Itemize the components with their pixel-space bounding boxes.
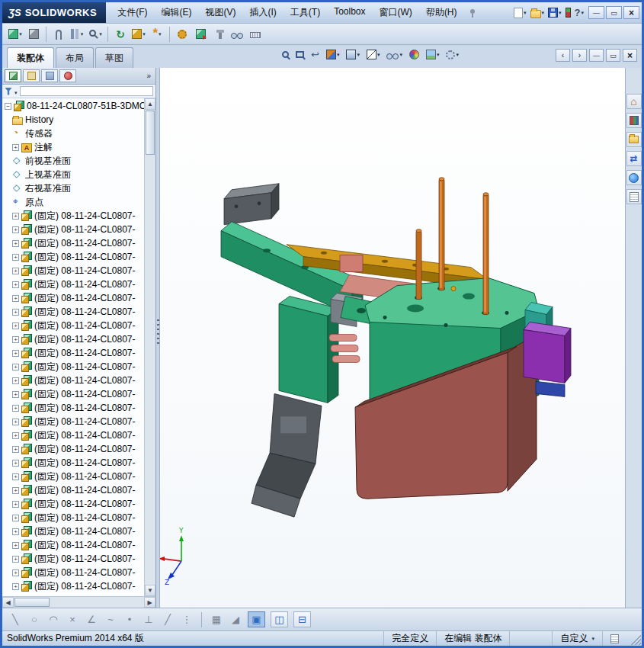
tree-item-component[interactable]: (固定) 08-11-24-CL0807-	[2, 346, 144, 360]
expand-icon[interactable]	[12, 144, 19, 151]
graphics-viewport[interactable]: X Y Z	[160, 68, 625, 608]
tree-item-component[interactable]: (固定) 08-11-24-CL0807-	[2, 524, 144, 538]
section-view-button[interactable]	[325, 49, 341, 60]
reference-geometry-button[interactable]	[130, 25, 147, 43]
view-settings-button[interactable]	[444, 50, 460, 60]
scroll-right-button[interactable]	[144, 597, 155, 608]
expand-icon[interactable]	[12, 240, 19, 247]
component-pattern-button[interactable]	[69, 25, 85, 43]
move-component-button[interactable]	[192, 25, 209, 43]
tree-item-component[interactable]: (固定) 08-11-24-CL0807-	[2, 223, 144, 236]
tree-item-component[interactable]: (固定) 08-11-24-CL0807-	[2, 579, 144, 593]
tree-item-annotations[interactable]: 注解	[2, 140, 144, 154]
expand-icon[interactable]	[12, 405, 19, 412]
menu-item[interactable]: 窗口(W)	[373, 3, 419, 22]
attach-document-button[interactable]	[50, 25, 67, 43]
tree-filter-input[interactable]	[20, 86, 153, 96]
previous-view-button[interactable]	[309, 48, 321, 61]
menu-item[interactable]: 视图(V)	[199, 3, 243, 22]
status-doc-icon-cell[interactable]	[602, 631, 626, 646]
doc-minimize-button[interactable]	[589, 49, 604, 62]
expand-icon[interactable]	[12, 583, 19, 590]
tree-item-component[interactable]: (固定) 08-11-24-CL0807-	[2, 428, 144, 442]
expand-icon[interactable]	[12, 295, 19, 302]
tab-layout[interactable]: 布局	[56, 47, 94, 68]
tree-item-history[interactable]: History	[2, 113, 144, 127]
tree-item-component[interactable]: (固定) 08-11-24-CL0807-	[2, 319, 144, 332]
close-button[interactable]	[623, 6, 639, 19]
insert-components-button[interactable]	[7, 25, 24, 43]
solidworks-resources-tab[interactable]	[626, 94, 642, 109]
expand-icon[interactable]	[12, 213, 19, 220]
tree-item-origin[interactable]: 原点	[2, 195, 144, 209]
propertymanager-tab[interactable]	[23, 69, 40, 82]
add-relation-icon[interactable]	[142, 614, 155, 625]
zoom-tools-button[interactable]	[87, 25, 104, 43]
featuremanager-tab[interactable]	[5, 69, 21, 82]
filter-caret-icon[interactable]	[14, 86, 18, 97]
rebuild-button[interactable]	[112, 25, 129, 43]
scroll-down-button[interactable]	[145, 585, 155, 596]
expand-icon[interactable]	[12, 281, 19, 288]
edit-component-button[interactable]	[25, 25, 42, 43]
open-document-button[interactable]	[529, 6, 546, 20]
smart-dimension-icon[interactable]	[85, 614, 98, 625]
tree-horizontal-scrollbar[interactable]	[2, 596, 155, 608]
collapse-right-button[interactable]	[572, 49, 587, 62]
collapse-left-button[interactable]	[556, 49, 570, 62]
custom-properties-tab[interactable]	[626, 189, 642, 204]
hide-show-items-button[interactable]	[385, 50, 404, 60]
status-custom-dropdown[interactable]: 自定义	[552, 631, 602, 646]
expand-icon[interactable]	[12, 542, 19, 549]
tree-item-top-plane[interactable]: 上视基准面	[2, 168, 144, 181]
file-explorer-tab[interactable]	[626, 132, 642, 147]
tab-sketch[interactable]: 草图	[95, 47, 133, 68]
collapse-icon[interactable]	[5, 103, 11, 110]
measure-button[interactable]	[247, 25, 264, 43]
expand-icon[interactable]	[12, 419, 19, 425]
circle-tool-icon[interactable]	[27, 614, 41, 625]
tree-item-component[interactable]: (固定) 08-11-24-CL0807-	[2, 511, 144, 524]
point-tool-icon[interactable]	[123, 614, 136, 625]
two-view-vertical-button[interactable]	[271, 611, 288, 627]
tree-item-root[interactable]: 08-11-24-CL0807-51B-3DMOLD	[2, 99, 144, 113]
expand-icon[interactable]	[12, 446, 19, 453]
expand-icon[interactable]	[12, 391, 19, 398]
design-library-tab[interactable]	[626, 113, 642, 128]
tree-item-component[interactable]: (固定) 08-11-24-CL0807-	[2, 236, 144, 250]
tree-item-component[interactable]: (固定) 08-11-24-CL0807-	[2, 209, 144, 223]
edit-appearance-hud-button[interactable]	[408, 49, 421, 60]
scrollbar-thumb[interactable]	[14, 598, 50, 607]
spline-tool-icon[interactable]	[104, 614, 117, 625]
resize-grip[interactable]	[630, 634, 641, 645]
scrollbar-thumb[interactable]	[146, 111, 155, 155]
edit-appearance-button[interactable]	[149, 25, 165, 43]
doc-close-button[interactable]	[623, 49, 637, 62]
tree-item-component[interactable]: (固定) 08-11-24-CL0807-	[2, 387, 144, 401]
expand-icon[interactable]	[12, 350, 19, 357]
apply-scene-button[interactable]	[425, 49, 441, 60]
appearances-scenes-tab[interactable]	[626, 170, 642, 185]
tree-item-sensors[interactable]: 传感器	[2, 127, 144, 140]
zoom-to-area-button[interactable]	[294, 50, 306, 59]
tree-item-component[interactable]: (固定) 08-11-24-CL0807-	[2, 250, 144, 264]
expand-icon[interactable]	[12, 309, 19, 316]
tree-item-component[interactable]: (固定) 08-11-24-CL0807-	[2, 483, 144, 497]
expand-icon[interactable]	[12, 501, 19, 508]
tree-item-component[interactable]: (固定) 08-11-24-CL0807-	[2, 442, 144, 456]
doc-restore-button[interactable]	[606, 49, 620, 62]
displaymanager-tab[interactable]	[59, 69, 76, 82]
model-part-lower-arm[interactable]	[252, 393, 322, 517]
menu-item[interactable]: 文件(F)	[111, 3, 154, 22]
corner-view-icon[interactable]	[229, 614, 242, 625]
scrollbar-track[interactable]	[50, 597, 144, 608]
expand-icon[interactable]	[12, 528, 19, 535]
assembly-features-button[interactable]	[174, 25, 191, 43]
expand-icon[interactable]	[12, 336, 19, 343]
model-part-clamp-block[interactable]	[224, 184, 279, 225]
tab-assembly[interactable]: 装配体	[7, 47, 54, 68]
view-orientation-button[interactable]	[344, 49, 361, 60]
tree-item-right-plane[interactable]: 右视基准面	[2, 181, 144, 195]
expand-icon[interactable]	[12, 432, 19, 439]
view-palette-tab[interactable]	[626, 151, 642, 166]
